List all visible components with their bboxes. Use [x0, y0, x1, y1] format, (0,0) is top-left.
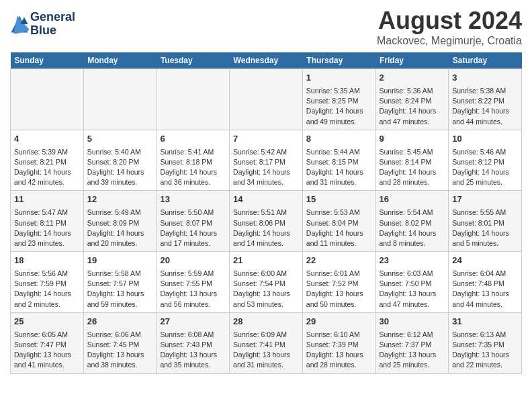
day-info: Sunrise: 6:01 AM Sunset: 7:52 PM Dayligh… [306, 269, 372, 310]
weekday-header-monday: Monday [83, 52, 157, 69]
calendar-cell: 30Sunrise: 6:12 AM Sunset: 7:37 PM Dayli… [375, 312, 449, 373]
day-info: Sunrise: 5:42 AM Sunset: 8:17 PM Dayligh… [233, 147, 299, 188]
day-number: 24 [452, 255, 518, 267]
calendar-cell: 6Sunrise: 5:41 AM Sunset: 8:18 PM Daylig… [157, 130, 230, 191]
day-number: 26 [87, 316, 153, 328]
calendar-cell: 14Sunrise: 5:51 AM Sunset: 8:06 PM Dayli… [230, 191, 303, 252]
calendar-cell: 18Sunrise: 5:56 AM Sunset: 7:59 PM Dayli… [11, 252, 84, 313]
day-info: Sunrise: 5:35 AM Sunset: 8:25 PM Dayligh… [306, 86, 372, 127]
day-number: 30 [380, 316, 445, 328]
logo-line1: General [30, 11, 75, 24]
calendar-cell: 24Sunrise: 6:04 AM Sunset: 7:48 PM Dayli… [449, 252, 522, 313]
calendar-cell: 11Sunrise: 5:47 AM Sunset: 8:11 PM Dayli… [11, 191, 84, 252]
day-info: Sunrise: 5:40 AM Sunset: 8:20 PM Dayligh… [87, 147, 153, 188]
day-number: 12 [87, 193, 153, 206]
day-number: 28 [233, 316, 299, 328]
calendar-cell: 20Sunrise: 5:59 AM Sunset: 7:55 PM Dayli… [157, 252, 230, 313]
calendar-cell: 1Sunrise: 5:35 AM Sunset: 8:25 PM Daylig… [302, 69, 375, 130]
logo-icon [10, 15, 29, 34]
day-number: 3 [452, 72, 518, 85]
day-number: 4 [14, 133, 80, 146]
day-info: Sunrise: 5:49 AM Sunset: 8:09 PM Dayligh… [87, 208, 153, 248]
calendar-cell: 17Sunrise: 5:55 AM Sunset: 8:01 PM Dayli… [449, 191, 522, 252]
calendar-cell: 5Sunrise: 5:40 AM Sunset: 8:20 PM Daylig… [83, 130, 157, 191]
day-number: 1 [306, 72, 372, 85]
calendar-cell: 23Sunrise: 6:03 AM Sunset: 7:50 PM Dayli… [375, 252, 449, 313]
day-number: 27 [160, 316, 226, 328]
calendar-title: August 2024 [377, 7, 522, 35]
day-info: Sunrise: 5:50 AM Sunset: 8:07 PM Dayligh… [160, 208, 226, 248]
calendar-cell: 9Sunrise: 5:45 AM Sunset: 8:14 PM Daylig… [375, 130, 449, 191]
calendar-cell [83, 69, 157, 130]
calendar-cell: 7Sunrise: 5:42 AM Sunset: 8:17 PM Daylig… [230, 130, 303, 191]
day-number: 23 [380, 255, 445, 267]
day-info: Sunrise: 5:51 AM Sunset: 8:06 PM Dayligh… [233, 208, 299, 248]
day-number: 31 [452, 316, 518, 328]
day-number: 7 [233, 133, 299, 146]
calendar-cell [230, 69, 303, 130]
day-number: 17 [452, 193, 518, 206]
day-info: Sunrise: 6:09 AM Sunset: 7:41 PM Dayligh… [233, 330, 299, 371]
day-info: Sunrise: 5:38 AM Sunset: 8:22 PM Dayligh… [452, 86, 518, 127]
title-block: August 2024 Mackovec, Megimurje, Croatia [377, 7, 522, 47]
calendar-subtitle: Mackovec, Megimurje, Croatia [377, 35, 522, 47]
day-info: Sunrise: 6:13 AM Sunset: 7:35 PM Dayligh… [452, 330, 518, 371]
calendar-table: SundayMondayTuesdayWednesdayThursdayFrid… [10, 52, 522, 374]
weekday-header-wednesday: Wednesday [230, 52, 303, 69]
day-info: Sunrise: 6:05 AM Sunset: 7:47 PM Dayligh… [14, 330, 80, 371]
day-info: Sunrise: 5:41 AM Sunset: 8:18 PM Dayligh… [160, 147, 226, 188]
weekday-header-tuesday: Tuesday [157, 52, 230, 69]
calendar-week-1: 1Sunrise: 5:35 AM Sunset: 8:25 PM Daylig… [11, 69, 522, 130]
day-number: 2 [380, 72, 445, 85]
calendar-cell: 12Sunrise: 5:49 AM Sunset: 8:09 PM Dayli… [83, 191, 157, 252]
weekday-header-thursday: Thursday [302, 52, 375, 69]
calendar-body: 1Sunrise: 5:35 AM Sunset: 8:25 PM Daylig… [11, 69, 522, 374]
weekday-header-sunday: Sunday [11, 52, 84, 69]
calendar-cell: 15Sunrise: 5:53 AM Sunset: 8:04 PM Dayli… [302, 191, 375, 252]
day-number: 20 [160, 255, 226, 267]
day-number: 18 [14, 255, 80, 267]
calendar-cell: 28Sunrise: 6:09 AM Sunset: 7:41 PM Dayli… [230, 312, 303, 373]
day-number: 15 [306, 193, 372, 206]
day-number: 5 [87, 133, 153, 146]
calendar-cell: 10Sunrise: 5:46 AM Sunset: 8:12 PM Dayli… [449, 130, 522, 191]
logo: General Blue [10, 11, 75, 38]
weekday-header-saturday: Saturday [449, 52, 522, 69]
calendar-cell: 26Sunrise: 6:06 AM Sunset: 7:45 PM Dayli… [83, 312, 157, 373]
day-info: Sunrise: 6:06 AM Sunset: 7:45 PM Dayligh… [87, 330, 153, 371]
calendar-week-4: 18Sunrise: 5:56 AM Sunset: 7:59 PM Dayli… [11, 252, 522, 313]
day-info: Sunrise: 5:58 AM Sunset: 7:57 PM Dayligh… [87, 269, 153, 310]
day-number: 16 [380, 193, 445, 206]
calendar-cell: 19Sunrise: 5:58 AM Sunset: 7:57 PM Dayli… [83, 252, 157, 313]
day-number: 13 [160, 193, 226, 206]
day-number: 8 [306, 133, 372, 146]
day-number: 9 [380, 133, 445, 146]
calendar-week-3: 11Sunrise: 5:47 AM Sunset: 8:11 PM Dayli… [11, 191, 522, 252]
calendar-cell: 2Sunrise: 5:36 AM Sunset: 8:24 PM Daylig… [375, 69, 449, 130]
calendar-cell [157, 69, 230, 130]
calendar-cell: 22Sunrise: 6:01 AM Sunset: 7:52 PM Dayli… [302, 252, 375, 313]
day-info: Sunrise: 5:44 AM Sunset: 8:15 PM Dayligh… [306, 147, 372, 188]
calendar-week-5: 25Sunrise: 6:05 AM Sunset: 7:47 PM Dayli… [11, 312, 522, 373]
day-number: 10 [452, 133, 518, 146]
day-number: 29 [306, 316, 372, 328]
day-info: Sunrise: 5:56 AM Sunset: 7:59 PM Dayligh… [14, 269, 80, 310]
day-info: Sunrise: 5:45 AM Sunset: 8:14 PM Dayligh… [380, 147, 445, 188]
day-info: Sunrise: 6:04 AM Sunset: 7:48 PM Dayligh… [452, 269, 518, 310]
weekday-header-row: SundayMondayTuesdayWednesdayThursdayFrid… [11, 52, 522, 69]
day-number: 14 [233, 193, 299, 206]
calendar-cell: 13Sunrise: 5:50 AM Sunset: 8:07 PM Dayli… [157, 191, 230, 252]
day-info: Sunrise: 5:36 AM Sunset: 8:24 PM Dayligh… [380, 86, 445, 127]
logo-line2: Blue [30, 24, 75, 38]
calendar-cell: 3Sunrise: 5:38 AM Sunset: 8:22 PM Daylig… [449, 69, 522, 130]
day-number: 19 [87, 255, 153, 267]
calendar-cell: 29Sunrise: 6:10 AM Sunset: 7:39 PM Dayli… [302, 312, 375, 373]
weekday-header-friday: Friday [375, 52, 449, 69]
day-number: 11 [14, 193, 80, 206]
day-info: Sunrise: 6:08 AM Sunset: 7:43 PM Dayligh… [160, 330, 226, 371]
calendar-cell: 8Sunrise: 5:44 AM Sunset: 8:15 PM Daylig… [302, 130, 375, 191]
day-number: 6 [160, 133, 226, 146]
calendar-week-2: 4Sunrise: 5:39 AM Sunset: 8:21 PM Daylig… [11, 130, 522, 191]
day-info: Sunrise: 6:12 AM Sunset: 7:37 PM Dayligh… [380, 330, 445, 371]
day-info: Sunrise: 5:54 AM Sunset: 8:02 PM Dayligh… [380, 208, 445, 248]
